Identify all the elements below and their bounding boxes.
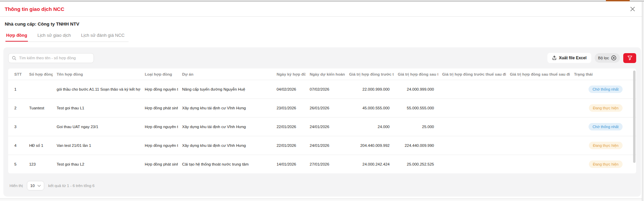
tab-bar: Hợp đồng Lịch sử giao dịch Lịch sử đánh … [5,31,129,42]
modal-header: Thông tin giao dịch NCC [0,1,644,17]
table-header-row: STT Số hợp đồng Tên hợp đồng Loại hợp đồ… [8,68,636,80]
cell-gia-tri-truoc-thue: 24.000.242.424 [345,155,394,174]
cell-loai-hop-dong: Hợp đồng phát sinh [141,99,178,118]
table-row[interactable]: 4 HĐ số 1 Van test 21/01 lần 1 Hợp đồng … [8,136,636,155]
cell-stt: 5 [8,155,25,174]
export-label: Xuất file Excel [559,56,587,60]
cell-sau-thue-dieu-chinh [506,99,570,118]
cell-ten-hop-dong: Goi thau UAT ngay 23/1 [53,118,141,136]
cell-ten-hop-dong: gói thầu cho bước A1.11 Soạn thảo và ký … [53,80,141,99]
table-row[interactable]: 5 123 Test goi thau L2 Hợp đồng phát sin… [8,155,636,174]
cell-du-an: Cải tạo hệ thống thoát nước trung tâm [178,155,273,174]
search-icon [12,56,16,60]
column-header-so-hop-dong: Số hợp đồng [25,68,53,80]
column-header-ngay-ky: Ngày ký hợp đồng [273,68,306,80]
column-header-ten-hop-dong: Tên hợp đồng [53,68,141,80]
cell-ten-hop-dong: Test goi thau L2 [53,155,141,174]
cell-gia-tri-sau-thue: 55.000.555.000 [394,99,438,118]
export-icon [552,56,557,60]
table-row[interactable]: 2 Tuantest Test goi thau L1 Hợp đồng phá… [8,99,636,118]
column-header-ngay-du-kien: Ngày dự kiến hoàn thành [306,68,345,80]
cell-so-hop-dong: 123 [25,155,53,174]
cell-ngay-ky: 22/01/2026 [273,136,306,155]
cell-stt: 1 [8,80,25,99]
supplier-name: Nhà cung cấp: Công ty TNHH NTV [0,17,644,28]
column-header-gia-tri-truoc-thue: Giá trị hợp đồng trước thuế [345,68,394,80]
cell-du-an: Xây dựng khu tái định cư Vĩnh Hưng [178,136,273,155]
cell-ngay-du-kien: 24/01/2026 [306,118,345,136]
supplier-transaction-modal: Thông tin giao dịch NCC Nhà cung cấp: Cô… [0,1,644,199]
tab-hop-dong[interactable]: Hợp đồng [5,31,28,42]
cell-gia-tri-truoc-thue: 204.440.009.992 [345,136,394,155]
cell-truoc-thue-dieu-chinh [438,80,506,99]
cell-trang-thai: Đang thực hiện [570,155,636,174]
page-size-select[interactable]: 10 [27,181,44,190]
close-icon[interactable] [629,6,636,12]
cell-gia-tri-truoc-thue: 24.000 [345,118,394,136]
cell-stt: 2 [8,99,25,118]
cell-sau-thue-dieu-chinh [506,136,570,155]
table-scrollbar[interactable] [633,71,635,163]
cell-gia-tri-sau-thue: 24.000.999.000 [394,80,438,99]
status-badge: Đang thực hiện [589,104,623,112]
cell-loai-hop-dong: Hợp đồng nguyên tắc [141,118,178,136]
cell-gia-tri-truoc-thue: 22.000.999.000 [345,80,394,99]
cell-du-an: Xây dựng khu tái định cư Vĩnh Hưng [178,99,273,118]
cell-ngay-ky: 22/01/2026 [273,118,306,136]
cell-truoc-thue-dieu-chinh [438,136,506,155]
pagination-bar: Hiển thị 10 kết quả từ 1 - 6 trên tổng 6 [8,181,636,190]
cell-so-hop-dong [25,80,53,99]
filter-chip-label: Bộ lọc [598,56,609,60]
contracts-table: STT Số hợp đồng Tên hợp đồng Loại hợp đồ… [8,68,636,173]
column-header-stt: STT [8,68,25,80]
export-excel-button[interactable]: Xuất file Excel [547,53,591,63]
cell-ngay-ky: 23/01/2026 [273,99,306,118]
cell-so-hop-dong: Tuantest [25,99,53,118]
tab-lich-su-danh-gia-ncc[interactable]: Lịch sử đánh giá NCC [80,31,125,42]
modal-title: Thông tin giao dịch NCC [5,6,64,12]
cell-trang-thai: Đang thực hiện [570,99,636,118]
cell-sau-thue-dieu-chinh [506,155,570,174]
results-summary: kết quả từ 1 - 6 trên tổng 6 [48,184,95,188]
cell-du-an: Nâng cấp tuyến đường Nguyễn Huệ [178,80,273,99]
status-badge: Đang thực hiện [589,142,623,149]
cell-ngay-du-kien: 24/01/2026 [306,136,345,155]
status-badge: Chờ thống nhất [589,123,623,130]
cell-gia-tri-truoc-thue: 45.000.555.000 [345,99,394,118]
filter-button[interactable] [623,53,636,63]
page-size-label: Hiển thị [10,184,23,188]
search-field[interactable] [19,56,90,60]
table-body: 1 gói thầu cho bước A1.11 Soạn thảo và k… [8,80,636,174]
column-header-trang-thai: Trạng thái [570,68,636,80]
cell-truoc-thue-dieu-chinh [438,99,506,118]
clear-filter-icon[interactable] [611,55,616,61]
contracts-table-card: STT Số hợp đồng Tên hợp đồng Loại hợp đồ… [8,68,636,173]
cell-sau-thue-dieu-chinh [506,118,570,136]
column-header-loai-hop-dong: Loại hợp đồng [141,68,178,80]
toolbar-actions: Xuất file Excel Bộ lọc [547,53,636,63]
status-badge: Chờ thống nhất [589,86,623,93]
cell-truoc-thue-dieu-chinh [438,155,506,174]
filter-chip[interactable]: Bộ lọc [595,53,620,63]
search-input[interactable] [8,53,94,63]
cell-gia-tri-sau-thue: 224.440.009.990 [394,136,438,155]
cell-stt: 4 [8,136,25,155]
toolbar: Xuất file Excel Bộ lọc [8,53,636,63]
cell-ngay-du-kien: 26/01/2026 [306,99,345,118]
table-row[interactable]: 3 Goi thau UAT ngay 23/1 Hợp đồng nguyên… [8,118,636,136]
cell-ngay-ky: 14/01/2026 [273,155,306,174]
column-header-sau-thue-dieu-chinh: Giá trị hợp đồng sau thuế sau điều chỉnh [506,68,570,80]
cell-ngay-du-kien: 07/02/2026 [306,80,345,99]
window-scrollbar[interactable] [642,2,644,201]
cell-gia-tri-sau-thue: 25.000.252.525 [394,155,438,174]
cell-ngay-du-kien: 27/01/2026 [306,155,345,174]
chevron-down-icon [37,185,41,187]
contracts-panel: Xuất file Excel Bộ lọc [3,47,641,197]
table-row[interactable]: 1 gói thầu cho bước A1.11 Soạn thảo và k… [8,80,636,99]
cell-trang-thai: Chờ thống nhất [570,80,636,99]
cell-loai-hop-dong: Hợp đồng phát sinh [141,155,178,174]
column-header-du-an: Dự án [178,68,273,80]
cell-so-hop-dong: HĐ số 1 [25,136,53,155]
column-header-gia-tri-sau-thue: Giá trị hợp đồng sau thuế [394,68,438,80]
tab-lich-su-giao-dich[interactable]: Lịch sử giao dịch [37,31,71,42]
